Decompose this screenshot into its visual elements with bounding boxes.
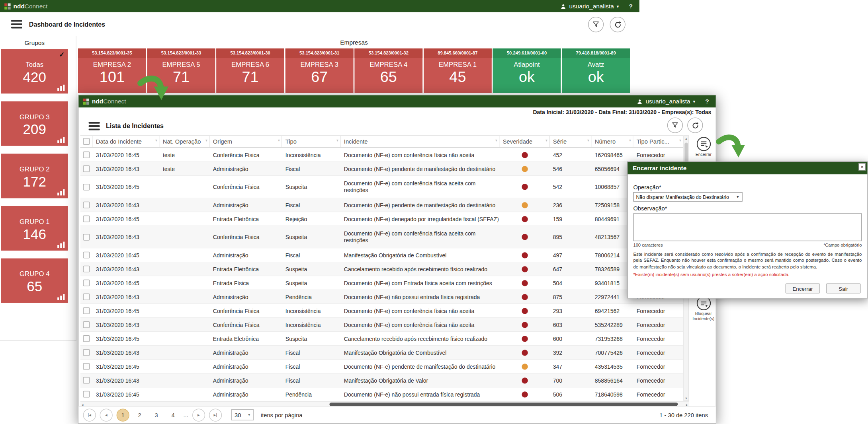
table-row[interactable]: 31/03/2020 16:45 teste Conferência Físic… <box>80 148 684 162</box>
row-checkbox[interactable] <box>83 216 90 222</box>
row-checkbox[interactable] <box>83 183 90 190</box>
company-card[interactable]: 53.154.823/0001-31 EMPRESA 3 67 <box>285 49 354 93</box>
column-header-nat-operacao[interactable]: Nat. Operação <box>159 136 209 147</box>
company-card[interactable]: 89.845.660/0001-87 EMPRESA 1 45 <box>424 49 492 93</box>
next-page-button[interactable]: ▸ <box>192 408 205 421</box>
table-row[interactable]: 31/03/2020 16:45 Entrada Eletrônica Susp… <box>80 332 684 346</box>
refresh-button[interactable] <box>610 17 626 32</box>
row-checkbox[interactable] <box>83 266 90 272</box>
table-row[interactable]: 31/03/2020 16:43 Administração Fiscal Do… <box>80 198 684 212</box>
info-text: Este incidente será considerado como res… <box>633 251 862 270</box>
table-row[interactable]: 31/03/2020 16:45 Conferência Física Susp… <box>80 176 684 198</box>
horizontal-scrollbar-thumb[interactable] <box>329 403 678 406</box>
table-row[interactable]: 31/03/2020 16:43 Entrada Eletrônica Susp… <box>80 262 684 276</box>
sair-button[interactable]: Sair <box>826 284 861 294</box>
encerrar-label: Encerrar <box>696 152 712 157</box>
company-card[interactable]: 53.154.823/0001-30 EMPRESA 6 71 <box>216 49 284 93</box>
row-checkbox[interactable] <box>83 307 90 314</box>
refresh-icon <box>691 121 699 130</box>
encerrar-button[interactable]: Encerrar <box>786 284 820 294</box>
cell-incidente: Documento (NF-e) com conferência física … <box>340 318 499 331</box>
table-row[interactable]: 31/03/2020 16:45 Administração Pendência… <box>80 387 684 401</box>
page-size-select[interactable]: 30 ▾ <box>231 409 254 420</box>
table-row[interactable]: 31/03/2020 16:43 Conferência Física Inco… <box>80 318 684 332</box>
column-header-severidade[interactable]: Severidade <box>499 136 549 147</box>
table-row[interactable]: 31/03/2020 16:45 Conferência Física Inco… <box>80 304 684 318</box>
table-row[interactable]: 31/03/2020 16:45 Administração Fiscal Do… <box>80 360 684 373</box>
group-card[interactable]: GRUPO 3 209 <box>1 101 68 146</box>
observacao-textarea[interactable] <box>633 213 862 241</box>
user-menu[interactable]: usuario_analista ▾ <box>560 3 619 10</box>
close-icon[interactable]: × <box>858 163 866 170</box>
column-header-tipo[interactable]: Tipo <box>282 136 340 147</box>
company-card[interactable]: 79.418.818/0001-89 Avatz ok <box>562 49 630 93</box>
filter-button[interactable] <box>667 117 683 133</box>
cell-serie: 293 <box>549 304 591 317</box>
row-checkbox[interactable] <box>83 391 90 398</box>
filter-button[interactable] <box>588 17 604 32</box>
row-checkbox[interactable] <box>83 252 90 259</box>
table-row[interactable]: 31/03/2020 16:43 teste Administração Fis… <box>80 162 684 176</box>
row-checkbox[interactable] <box>83 280 90 286</box>
company-cnpj: 53.154.823/0001-35 <box>78 49 146 58</box>
user-menu[interactable]: usuario_analista ▾ <box>637 98 695 105</box>
per-page-label: itens por página <box>261 412 303 418</box>
bloquear-action-button[interactable]: Bloquear Incidente(s) <box>690 296 717 321</box>
group-card[interactable]: ✓ Todas 420 <box>1 49 68 93</box>
severity-dot <box>522 216 528 222</box>
first-page-button[interactable]: |◂ <box>83 408 96 421</box>
row-checkbox[interactable] <box>83 335 90 342</box>
page-button-3[interactable]: 3 <box>150 408 163 421</box>
select-all-checkbox[interactable] <box>83 138 90 145</box>
menu-button[interactable] <box>89 122 100 130</box>
column-header-data-incidente[interactable]: Data do Incidente <box>92 136 159 147</box>
cell-date: 31/03/2020 16:45 <box>92 176 159 198</box>
company-card[interactable]: 53.154.823/0001-32 EMPRESA 4 65 <box>354 49 422 93</box>
operacao-select[interactable]: Não disparar Manifestação do Destinatári… <box>633 192 742 202</box>
group-card[interactable]: GRUPO 1 146 <box>1 206 68 251</box>
table-row[interactable]: 31/03/2020 16:45 Entrada Física Suspeita… <box>80 276 684 290</box>
column-header-incidente[interactable]: Incidente <box>340 136 499 147</box>
column-header-numero[interactable]: Número <box>591 136 633 147</box>
cell-nat-operacao <box>159 387 209 401</box>
cell-numero: 535242289 <box>591 318 633 331</box>
help-button[interactable]: ? <box>705 98 709 105</box>
table-row[interactable]: 31/03/2020 16:45 Entrada Eletrônica Reje… <box>80 212 684 226</box>
table-row[interactable]: 31/03/2020 16:43 Administração Fiscal Ma… <box>80 373 684 387</box>
encerrar-action-button[interactable]: Encerrar <box>690 136 717 157</box>
cell-tipo: Rejeição <box>282 212 340 226</box>
page-button-2[interactable]: 2 <box>133 408 146 421</box>
help-button[interactable]: ? <box>629 3 633 10</box>
row-checkbox[interactable] <box>83 152 90 158</box>
group-card[interactable]: GRUPO 2 172 <box>1 154 68 198</box>
cell-numero: 69421562 <box>591 304 633 317</box>
menu-button[interactable] <box>11 20 22 28</box>
refresh-button[interactable] <box>687 117 703 133</box>
cell-tipo: Fiscal <box>282 198 340 212</box>
company-card[interactable]: 53.154.823/0001-35 EMPRESA 2 101 <box>78 49 146 93</box>
column-header-origem[interactable]: Origem <box>209 136 282 147</box>
company-card[interactable]: 50.249.610/0001-00 Atlapoint ok <box>493 49 561 93</box>
column-header-serie[interactable]: Série <box>549 136 591 147</box>
scroll-down-icon[interactable]: ▾ <box>684 396 688 400</box>
page-button-4[interactable]: 4 <box>167 408 180 421</box>
row-checkbox[interactable] <box>83 202 90 208</box>
row-checkbox[interactable] <box>83 233 90 240</box>
table-row[interactable]: 31/03/2020 16:43 Administração Fiscal Ma… <box>80 346 684 360</box>
row-checkbox[interactable] <box>83 165 90 172</box>
table-row[interactable]: 31/03/2020 16:43 Administração Pendência… <box>80 290 684 304</box>
last-page-button[interactable]: ▸| <box>209 408 222 421</box>
column-header-tipo-participante[interactable]: Tipo Partic... <box>633 136 683 147</box>
row-checkbox[interactable] <box>83 377 90 384</box>
group-card[interactable]: GRUPO 4 65 <box>1 259 68 303</box>
page-button-1[interactable]: 1 <box>117 408 129 421</box>
row-checkbox[interactable] <box>83 363 90 370</box>
row-checkbox[interactable] <box>83 294 90 300</box>
row-checkbox[interactable] <box>83 321 90 328</box>
select-all-cell[interactable] <box>80 136 93 147</box>
prev-page-button[interactable]: ◂ <box>100 408 113 421</box>
table-row[interactable]: 31/03/2020 16:45 Administração Fiscal Ma… <box>80 248 684 262</box>
row-checkbox[interactable] <box>83 349 90 356</box>
scroll-up-icon[interactable]: ▴ <box>684 136 688 140</box>
table-row[interactable]: 31/03/2020 16:43 Conferência Física Susp… <box>80 226 684 248</box>
